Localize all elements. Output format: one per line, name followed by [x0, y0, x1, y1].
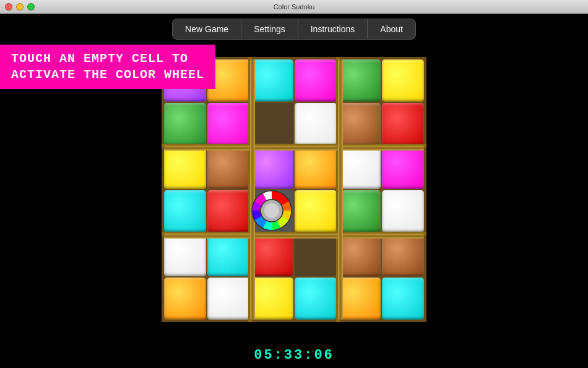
grid-cell[interactable] — [382, 103, 424, 145]
grid-cell[interactable] — [382, 234, 424, 276]
grid-cell[interactable] — [164, 234, 206, 276]
grid-cell[interactable] — [295, 59, 337, 102]
timer: 05:33:06 — [254, 348, 334, 363]
grid-cell[interactable] — [251, 278, 293, 320]
about-button[interactable]: About — [368, 19, 415, 39]
grid-cell[interactable] — [338, 59, 380, 102]
instructions-button[interactable]: Instructions — [298, 19, 368, 39]
grid-cell[interactable] — [338, 103, 380, 145]
game-area: TOUCH AN EMPTY CELL TO ACTIVATE THE COLO… — [0, 45, 588, 368]
grid-cell[interactable] — [382, 278, 424, 320]
svg-point-2 — [264, 203, 279, 218]
instruction-banner: TOUCH AN EMPTY CELL TO ACTIVATE THE COLO… — [0, 45, 215, 89]
grid-cell[interactable] — [382, 147, 424, 189]
grid-cell[interactable] — [338, 147, 380, 189]
grid-cell[interactable] — [164, 278, 206, 320]
color-wheel-svg — [241, 180, 303, 242]
grid-cell[interactable] — [338, 234, 380, 276]
grid-cell[interactable] — [164, 147, 206, 189]
grid-cell[interactable] — [207, 278, 249, 320]
grid-wrapper — [162, 57, 426, 322]
window-title: Color Sudoku — [274, 3, 315, 11]
minimize-button[interactable] — [16, 3, 24, 11]
grid-cell[interactable] — [338, 278, 380, 320]
grid-cell[interactable] — [164, 190, 206, 232]
title-bar: Color Sudoku — [0, 0, 588, 14]
nav-bar: New Game Settings Instructions About — [0, 14, 588, 45]
window-controls[interactable] — [5, 3, 35, 11]
settings-button[interactable]: Settings — [241, 19, 298, 39]
instruction-line1: TOUCH AN EMPTY CELL TO — [11, 51, 204, 67]
instruction-line2: ACTIVATE THE COLOR WHEEL — [11, 67, 204, 83]
grid-cell[interactable] — [251, 59, 293, 102]
maximize-button[interactable] — [27, 3, 35, 11]
color-wheel-overlay[interactable] — [241, 180, 303, 242]
grid-cell[interactable] — [295, 103, 337, 145]
grid-cell[interactable] — [382, 190, 424, 232]
new-game-button[interactable]: New Game — [173, 19, 241, 39]
nav-container: New Game Settings Instructions About — [172, 19, 416, 40]
grid-cell[interactable] — [295, 278, 337, 320]
close-button[interactable] — [5, 3, 12, 11]
grid-cell[interactable] — [382, 59, 424, 102]
grid-cell[interactable] — [251, 103, 293, 145]
grid-cell[interactable] — [164, 103, 206, 145]
grid-cell[interactable] — [207, 103, 249, 145]
grid-cell[interactable] — [338, 190, 380, 232]
